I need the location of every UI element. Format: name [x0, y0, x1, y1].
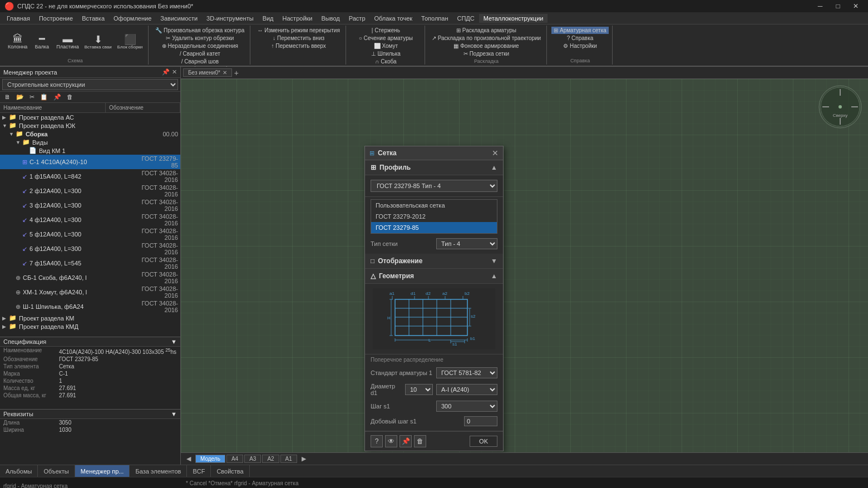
project-filter-select[interactable]: Строительные конструкции — [2, 79, 178, 90]
tree-item-uk[interactable]: ▼ 📁 Проект раздела ЮК — [0, 121, 180, 130]
ribbon-btn-obrezka[interactable]: 🔧 Произвольная обрезка контура — [153, 27, 246, 34]
menu-spds[interactable]: СПДС — [452, 14, 479, 23]
ribbon-btn-sechenie[interactable]: ○ Сечение арматуры — [357, 34, 415, 42]
ribbon-btn-podrezka[interactable]: ✂ Подрезка сетки — [461, 50, 511, 57]
tree-item-1[interactable]: ↙ 1 ф15А400, L=842 ГОСТ 34028-2016 — [0, 169, 180, 184]
panel-tool-del[interactable]: 🗑 — [65, 93, 75, 101]
ribbon-btn-kolonna[interactable]: 🏛 Колонна — [6, 33, 29, 51]
ribbon-btn-balka[interactable]: ━ Балка — [31, 33, 53, 51]
menu-view[interactable]: Вид — [258, 14, 278, 23]
menu-metal[interactable]: Металлоконструкции — [479, 14, 548, 23]
ribbon-btn-sterzhen[interactable]: | Стержень — [369, 27, 402, 34]
drawing-nav-right[interactable]: ▶ — [298, 455, 309, 462]
drawing-tab-a1[interactable]: A1 — [280, 455, 297, 463]
footer-apply-btn[interactable]: 📌 — [400, 435, 412, 447]
tree-item-4[interactable]: ↙ 4 ф12А400, L=300 ГОСТ 34028-2016 — [0, 213, 180, 227]
menu-build[interactable]: Построение — [34, 14, 77, 23]
menu-clouds[interactable]: Облака точек — [370, 14, 417, 23]
panel-pin-btn[interactable]: 📌 — [162, 68, 170, 76]
list-item-85[interactable]: ГОСТ 23279-85 — [371, 222, 497, 233]
ok-button[interactable]: OK — [470, 436, 497, 447]
bottom-tab-bcf[interactable]: BCF — [187, 465, 211, 477]
list-item-custom[interactable]: Пользовательская сетка — [371, 200, 497, 211]
dialog-titlebar[interactable]: ⊞ Сетка ✕ — [365, 146, 503, 160]
footer-preview-btn[interactable]: 👁 — [385, 435, 397, 447]
ribbon-btn-nerazd[interactable]: ⊕ Нераздельные соединения — [160, 42, 240, 50]
ribbon-btn-setka[interactable]: ⊞ Арматурная сетка — [551, 27, 609, 34]
drawing-tab-a3[interactable]: A3 — [244, 455, 261, 463]
list-item-2012[interactable]: ГОСТ 23279-2012 — [371, 211, 497, 222]
ribbon-btn-raskl-traj[interactable]: ↗ Раскладка по произвольной траектории — [430, 34, 543, 42]
ribbon-btn-plastina[interactable]: ▬ Пластина — [54, 33, 81, 51]
ribbon-btn-peredup[interactable]: ↑ Переместить вверх — [269, 42, 328, 50]
drawing-nav-left[interactable]: ◀ — [183, 455, 194, 462]
menu-topo[interactable]: Тополпан — [417, 14, 452, 23]
ribbon-btn-delete-kontur[interactable]: ✂ Удалить контур обрезки — [164, 34, 236, 42]
drawing-tab-bez-imeni[interactable]: Без имени0* ✕ — [183, 68, 232, 77]
ribbon-btn-vstavka[interactable]: ⬇ Вставка сваи — [82, 33, 114, 51]
menu-home[interactable]: Главная — [2, 14, 34, 23]
ribbon-btn-peredev[interactable]: ↓ Переместить вниз — [270, 34, 327, 42]
tree-item-2[interactable]: ↙ 2 ф12А400, L=300 ГОСТ 34028-2016 — [0, 184, 180, 198]
spec-collapse-btn[interactable]: ▼ — [171, 338, 177, 345]
tree-item-km[interactable]: ▶ 📁 Проект раздела КМ — [0, 314, 180, 322]
drawing-tab-model[interactable]: Модель — [195, 455, 225, 463]
ribbon-btn-raskl-arm[interactable]: ⊞ Раскладка арматуры — [454, 27, 519, 34]
form-select-shag[interactable]: 300 200 150 — [436, 401, 497, 412]
bottom-tab-obekty[interactable]: Объекты — [38, 465, 75, 477]
ribbon-btn-svarkatet[interactable]: / Сварной катет — [177, 50, 223, 57]
menu-3d[interactable]: 3D-инструменты — [202, 14, 258, 23]
panel-tool-new[interactable]: 🗎 — [2, 93, 13, 101]
tree-item-sh1[interactable]: ⊕ Ш-1 Шпилька, ф6А24 ГОСТ 34028-2016 — [0, 299, 180, 314]
bottom-tab-manager[interactable]: Менеджер пр... — [75, 465, 130, 477]
section-header-geometry[interactable]: △ Геометрия ▲ — [365, 269, 503, 284]
section-header-display[interactable]: □ Отображение ▼ — [365, 254, 503, 269]
panel-tool-copy[interactable]: 📋 — [38, 93, 50, 101]
bottom-tab-svoystva[interactable]: Свойства — [211, 465, 249, 477]
rekv-collapse-btn[interactable]: ▼ — [171, 411, 177, 417]
ribbon-btn-spravka[interactable]: ? Справка — [565, 34, 596, 42]
tree-item-kmd[interactable]: ▶ 📁 Проект раздела КМД — [0, 322, 180, 331]
bottom-tab-baza[interactable]: База элементов — [130, 465, 187, 477]
form-select-type[interactable]: Тип - 4 Тип - 1 Тип - 2 Тип - 3 — [436, 238, 497, 249]
close-btn[interactable]: ✕ — [848, 1, 864, 11]
menu-raster[interactable]: Растр — [344, 14, 370, 23]
tree-item-vkm1[interactable]: ▶ 📄 Вид КМ 1 — [0, 146, 180, 155]
ribbon-btn-svarnoj-shov[interactable]: / Сварной шов — [179, 58, 221, 65]
panel-tool-cut[interactable]: ✂ — [27, 93, 37, 101]
minimize-btn[interactable]: ─ — [812, 1, 828, 11]
tab-bez-imeni-close[interactable]: ✕ — [223, 70, 227, 76]
ribbon-btn-blok[interactable]: ⬛ Блок сборки — [115, 33, 145, 51]
drawing-tab-a2[interactable]: A2 — [262, 455, 279, 463]
tree-item-hm1[interactable]: ⊕ ХМ-1 Хомут, ф6А240, l ГОСТ 34028-2016 — [0, 285, 180, 299]
menu-output[interactable]: Вывод — [317, 14, 344, 23]
drawing-tab-a4[interactable]: A4 — [226, 455, 243, 463]
menu-design[interactable]: Оформление — [109, 14, 156, 23]
new-tab-btn[interactable]: + — [234, 68, 239, 77]
ribbon-btn-nastrojki[interactable]: ⚙ Настройки — [561, 42, 599, 50]
ribbon-btn-homut[interactable]: ⬜ Хомут — [372, 42, 400, 50]
panel-tool-paste[interactable]: 📌 — [51, 93, 63, 101]
ribbon-btn-fon-arm[interactable]: ▦ Фоновое армирование — [451, 42, 521, 50]
form-select-class[interactable]: А-I (А240) А-III (А400) — [436, 384, 497, 395]
menu-deps[interactable]: Зависимости — [156, 14, 202, 23]
bottom-tab-albomy[interactable]: Альбомы — [0, 465, 38, 477]
tree-item-3[interactable]: ↙ 3 ф12А400, L=300 ГОСТ 34028-2016 — [0, 198, 180, 213]
tree-item-6[interactable]: ↙ 6 ф12А400, L=300 ГОСТ 34028-2016 — [0, 241, 180, 256]
tree-item-c1[interactable]: ▶ ⊞ С-1 4С10А(А240)-10 ГОСТ 23279-85 — [0, 155, 180, 169]
tree-item-5[interactable]: ↙ 5 ф12А400, L=300 ГОСТ 34028-2016 — [0, 227, 180, 241]
menu-insert[interactable]: Вставка — [77, 14, 109, 23]
footer-reset-btn[interactable]: 🗑 — [414, 435, 426, 447]
profile-dropdown-select[interactable]: ГОСТ 23279-85 Тип - 4 ГОСТ 23279-85 Тип … — [371, 180, 497, 192]
section-header-profile[interactable]: ⊞ Профиль ▲ — [365, 160, 503, 175]
tree-item-vidy[interactable]: ▼ 📁 Виды — [0, 138, 180, 146]
maximize-btn[interactable]: □ — [830, 1, 846, 11]
menu-settings[interactable]: Настройки — [278, 14, 317, 23]
form-input-dobov[interactable] — [464, 416, 497, 426]
ribbon-btn-shpilka[interactable]: ⊥ Шпилька — [369, 50, 403, 57]
tree-item-sb1[interactable]: ⊕ СБ-1 Скоба, ф6А240, l ГОСТ 34028-2016 — [0, 270, 180, 285]
panel-close-btn[interactable]: ✕ — [172, 68, 177, 76]
tree-item-ac[interactable]: ▶ 📁 Проект раздела АС — [0, 113, 180, 121]
form-select-diameter[interactable]: 10 12 8 — [405, 384, 433, 395]
dialog-close-btn[interactable]: ✕ — [492, 149, 499, 157]
